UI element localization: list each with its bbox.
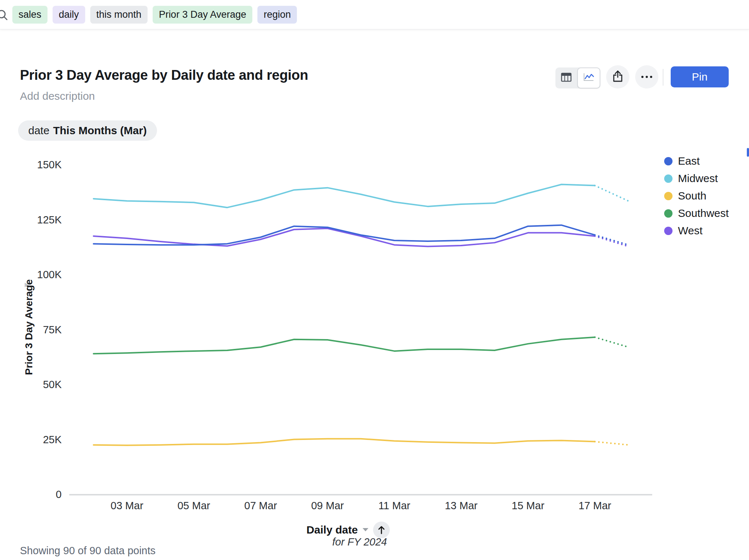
y-tick-150K: 150K <box>11 159 62 170</box>
x-tick-07-mar: 07 Mar <box>235 500 286 512</box>
search-token-daily[interactable]: daily <box>53 6 85 24</box>
more-options-button[interactable] <box>635 65 658 88</box>
series-line-projection-southwest[interactable] <box>595 337 628 347</box>
chevron-down-icon <box>362 527 369 533</box>
x-axis-subtitle: for FY 2024 <box>332 536 387 548</box>
search-token-region[interactable]: region <box>257 6 297 24</box>
search-icon <box>0 8 9 24</box>
legend-item-east[interactable]: East <box>664 152 729 170</box>
legend-dot-south <box>664 192 673 200</box>
line-chart-icon <box>583 73 595 83</box>
chart-view-button[interactable] <box>577 67 600 88</box>
y-tick-125K: 125K <box>11 214 62 225</box>
y-tick-75K: 75K <box>11 324 62 335</box>
x-tick-17-mar: 17 Mar <box>570 500 620 512</box>
y-tick-0: 0 <box>11 489 62 500</box>
search-token-prior-3-day-average[interactable]: Prior 3 Day Average <box>153 6 252 24</box>
legend-label: South <box>678 190 706 202</box>
legend-item-south[interactable]: South <box>664 187 729 205</box>
x-tick-11-mar: 11 Mar <box>369 500 420 512</box>
legend-label: Southwest <box>678 207 729 219</box>
x-tick-09-mar: 09 Mar <box>302 500 353 512</box>
legend-label: Midwest <box>678 172 718 185</box>
y-tick-100K: 100K <box>11 269 62 280</box>
series-line-midwest[interactable] <box>94 185 595 208</box>
x-tick-13-mar: 13 Mar <box>436 500 487 512</box>
view-toggle <box>555 67 600 88</box>
legend-item-southwest[interactable]: Southwest <box>664 205 729 222</box>
search-token-this-month[interactable]: this month <box>90 6 148 24</box>
series-line-projection-south[interactable] <box>595 442 628 445</box>
series-line-projection-east[interactable] <box>595 235 628 245</box>
ellipsis-icon <box>641 74 653 80</box>
legend-item-west[interactable]: West <box>664 222 729 239</box>
legend-item-midwest[interactable]: Midwest <box>664 170 729 187</box>
line-chart-plot[interactable] <box>0 0 749 560</box>
search-token-sales[interactable]: sales <box>12 6 47 24</box>
legend-dot-midwest <box>664 174 673 183</box>
series-line-projection-west[interactable] <box>595 236 628 246</box>
legend-dot-southwest <box>664 209 673 218</box>
series-line-projection-midwest[interactable] <box>595 186 628 201</box>
chart-legend: EastMidwestSouthSouthwestWest <box>664 152 729 239</box>
x-tick-03-mar: 03 Mar <box>102 500 152 512</box>
x-tick-15-mar: 15 Mar <box>502 500 553 512</box>
y-tick-25K: 25K <box>11 434 62 445</box>
legend-label: East <box>678 155 700 167</box>
x-tick-05-mar: 05 Mar <box>169 500 219 512</box>
search-bar[interactable]: salesdailythis monthPrior 3 Day Averager… <box>0 0 749 29</box>
app-window: salesdailythis monthPrior 3 Day Averager… <box>0 0 749 560</box>
legend-label: West <box>678 225 703 237</box>
y-axis-title: Prior 3 Day Average <box>23 279 35 375</box>
x-axis-title: Daily date <box>306 524 358 536</box>
series-line-south[interactable] <box>94 439 595 445</box>
share-button[interactable] <box>606 65 629 88</box>
export-icon <box>612 70 624 84</box>
y-tick-50K: 50K <box>11 379 62 390</box>
table-icon <box>561 73 572 83</box>
legend-dot-east <box>664 157 673 165</box>
legend-dot-west <box>664 227 673 235</box>
table-view-button[interactable] <box>555 67 577 88</box>
search-token-row: salesdailythis monthPrior 3 Day Averager… <box>12 6 297 24</box>
arrow-up-icon <box>377 525 385 535</box>
series-line-southwest[interactable] <box>94 337 595 354</box>
data-points-count: Showing 90 of 90 data points <box>20 545 156 557</box>
